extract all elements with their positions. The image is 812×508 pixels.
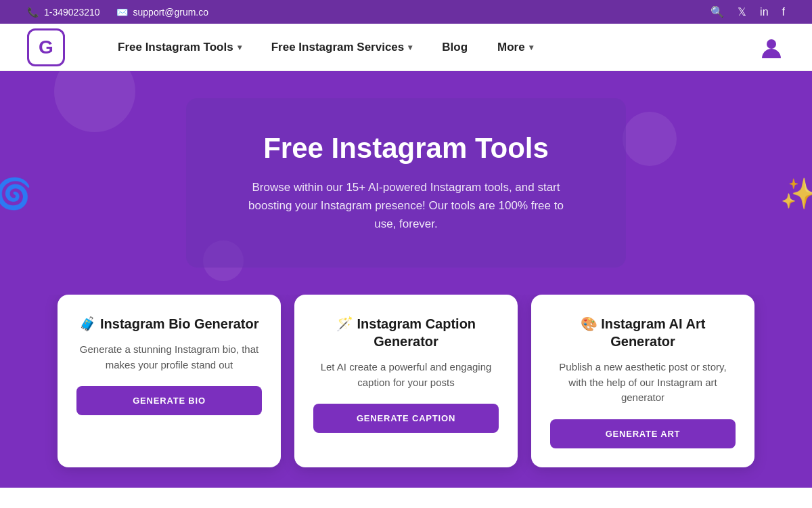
top-bar-right: 🔍 𝕏 in f <box>710 5 785 18</box>
chevron-down-icon: ▾ <box>529 43 533 52</box>
email-address: support@grum.co <box>133 7 208 18</box>
linkedin-icon[interactable]: in <box>760 6 768 18</box>
twitter-icon[interactable]: 𝕏 <box>738 5 746 18</box>
phone-item: 📞 1-349023210 <box>27 7 100 18</box>
right-top-decor: ✨ <box>780 176 812 211</box>
nav-item-more-label: More <box>497 41 525 54</box>
email-item: ✉️ support@grum.co <box>116 7 208 18</box>
top-bar: 📞 1-349023210 ✉️ support@grum.co 🔍 𝕏 in … <box>0 0 812 24</box>
hero-card: Free Instagram Tools Browse within our 1… <box>186 98 626 268</box>
nav-item-blog[interactable]: Blog <box>430 35 480 60</box>
card-caption-title: 🪄 Instagram Caption Generator <box>313 315 499 350</box>
nav-item-services-label: Free Instagram Services <box>271 41 405 54</box>
facebook-icon[interactable]: f <box>782 6 785 18</box>
card-caption: 🪄 Instagram Caption Generator Let AI cre… <box>294 295 518 467</box>
generate-caption-button[interactable]: GENERATE CAPTION <box>313 404 499 433</box>
phone-number: 1-349023210 <box>44 7 100 18</box>
logo[interactable]: G <box>27 28 65 66</box>
hero-subtitle: Browse within our 15+ AI-powered Instagr… <box>240 178 572 234</box>
card-caption-emoji: 🪄 <box>336 316 353 331</box>
email-icon: ✉️ <box>116 7 128 18</box>
card-caption-title-text: Instagram Caption Generator <box>357 316 476 349</box>
card-bio-title-text: Instagram Bio Generator <box>100 316 259 331</box>
navbar: G Free Instagram Tools ▾ Free Instagram … <box>0 24 812 71</box>
card-bio-title: 🧳 Instagram Bio Generator <box>76 315 262 333</box>
card-bio-desc: Generate a stunning Instagram bio, that … <box>76 342 262 373</box>
nav-item-more[interactable]: More ▾ <box>485 35 545 60</box>
card-art-desc: Publish a new aesthetic post or story, w… <box>550 360 736 406</box>
user-profile-button[interactable] <box>758 34 785 61</box>
logo-letter: G <box>39 37 53 58</box>
card-art-title: 🎨 Instagram AI Art Generator <box>550 315 736 350</box>
nav-item-tools-label: Free Instagram Tools <box>118 41 233 54</box>
generate-bio-button[interactable]: GENERATE BIO <box>76 386 262 415</box>
top-bar-left: 📞 1-349023210 ✉️ support@grum.co <box>27 7 208 18</box>
card-bio: 🧳 Instagram Bio Generator Generate a stu… <box>58 295 281 467</box>
search-icon[interactable]: 🔍 <box>710 5 724 18</box>
chevron-down-icon: ▾ <box>238 43 242 52</box>
hero-section: 🌀 💜 ✨ 🔮 Free Instagram Tools Browse with… <box>0 71 812 295</box>
phone-icon: 📞 <box>27 7 39 18</box>
card-bio-emoji: 🧳 <box>79 316 96 331</box>
card-art-title-text: Instagram AI Art Generator <box>601 316 705 349</box>
cards-section: 🧳 Instagram Bio Generator Generate a stu… <box>0 295 812 488</box>
user-icon <box>759 35 784 60</box>
left-top-decor: 🌀 <box>0 176 32 211</box>
card-art-emoji: 🎨 <box>581 316 597 331</box>
nav-item-tools[interactable]: Free Instagram Tools ▾ <box>106 35 254 60</box>
svg-point-0 <box>767 39 776 49</box>
nav-links: Free Instagram Tools ▾ Free Instagram Se… <box>106 35 758 60</box>
hero-title: Free Instagram Tools <box>240 132 572 165</box>
generate-art-button[interactable]: GENERATE ART <box>550 419 736 448</box>
card-art: 🎨 Instagram AI Art Generator Publish a n… <box>531 295 754 467</box>
nav-item-services[interactable]: Free Instagram Services ▾ <box>259 35 425 60</box>
nav-item-blog-label: Blog <box>442 41 468 54</box>
card-caption-desc: Let AI create a powerful and engaging ca… <box>313 360 499 390</box>
chevron-down-icon: ▾ <box>408 43 412 52</box>
